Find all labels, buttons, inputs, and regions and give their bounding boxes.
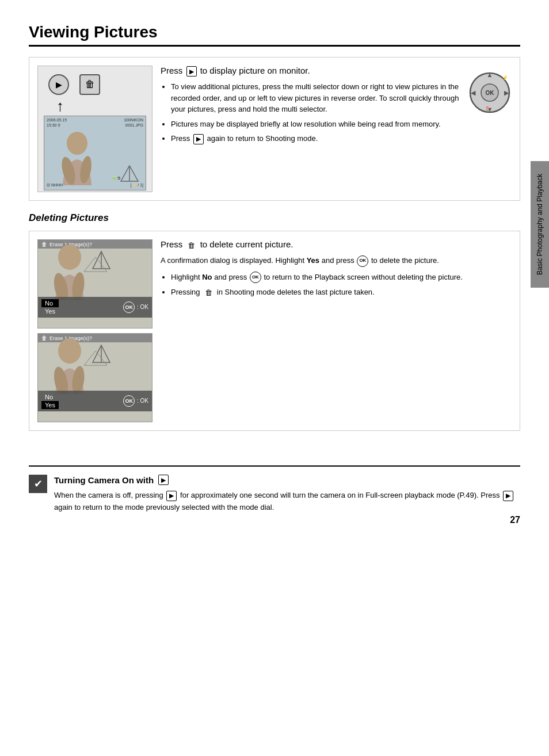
section1-bullets: To view additional pictures, press the m… <box>171 81 460 144</box>
delete-confirmation-text: A confirmation dialog is displayed. High… <box>161 255 512 267</box>
note-body: When the camera is off, pressing ▶ for a… <box>54 490 520 514</box>
delete-person-1 <box>41 243 116 300</box>
delete-press-label: Press <box>161 239 182 249</box>
playback-button-icon: ▶ <box>48 74 69 95</box>
trash-inline-2: 🗑 <box>203 288 214 298</box>
delete-bullet-1: Highlight No and press OK to return to t… <box>171 272 512 284</box>
camera-screen: 2006.05.15 15:30 ⚲ 100NIKON 0001.JPG <box>44 116 146 190</box>
delete-screen-1-body: No Yes OK : OK <box>38 249 152 318</box>
dialog-no-1: No <box>41 299 59 307</box>
side-tab: Basic Photography and Playback <box>531 161 549 288</box>
screen-bottom-info: ⊟ NHHH [ ⚡/ 1] <box>47 183 143 188</box>
page-title: Viewing Pictures <box>29 23 520 41</box>
multi-selector-svg: OK ▲ ▼ ◀ ▶ ⚡ 🌷 <box>468 71 512 114</box>
delete-dialog-1: No Yes OK : OK <box>38 297 152 318</box>
arrow-up-icon: ↑ <box>56 98 152 113</box>
delete-press-suffix: to delete current picture. <box>200 239 293 249</box>
dialog-yes-1: Yes <box>41 307 59 315</box>
screen-date-info: 2006.05.15 15:30 ⚲ <box>47 117 67 128</box>
svg-text:▲: ▲ <box>487 71 493 78</box>
svg-marker-19 <box>84 257 107 272</box>
side-tab-text: Basic Photography and Playback <box>536 174 544 275</box>
delete-screen-2: 🗑 Erase 1 Image(s)? <box>37 333 152 422</box>
svg-text:🌷: 🌷 <box>485 106 490 112</box>
bottom-note: ✔ Turning Camera On with ▶ When the came… <box>29 465 520 514</box>
svg-text:▶: ▶ <box>504 89 509 96</box>
note-content: Turning Camera On with ▶ When the camera… <box>54 475 520 514</box>
note-title: Turning Camera On with ▶ <box>54 475 520 485</box>
check-icon: ✔ <box>29 475 47 493</box>
dialog-no-2: No <box>41 393 59 401</box>
press-label: Press <box>161 66 182 75</box>
delete-screens: 🗑 Erase 1 Image(s)? <box>37 239 152 422</box>
delete-dialog-2: No Yes OK : OK <box>38 391 152 411</box>
section1-content: Press ▶ to display picture on monitor. T… <box>161 66 460 148</box>
svg-point-20 <box>58 338 81 364</box>
dialog-yes-2: Yes <box>41 401 59 409</box>
delete-bullet-2: Pressing 🗑 in Shooting mode deletes the … <box>171 287 512 298</box>
press-instruction-1: Press ▶ to display picture on monitor. <box>161 66 460 77</box>
battery-icon: 🔋:9 <box>112 176 120 181</box>
svg-point-14 <box>58 245 81 270</box>
viewing-section: ▶ 🗑 ↑ 2006.05.15 15:30 ⚲ 100NIKON 0001.J… <box>29 57 520 201</box>
delete-screen-2-body: No Yes OK : OK <box>38 342 152 411</box>
screen-folder-info: 100NIKON 0001.JPG <box>124 117 143 128</box>
delete-press-instruction: Press 🗑 to delete current picture. <box>161 239 512 250</box>
camera-diagram: ▶ 🗑 ↑ 2006.05.15 15:30 ⚲ 100NIKON 0001.J… <box>37 66 152 192</box>
scenery-icon <box>118 164 141 184</box>
playback-inline-btn: ▶ <box>186 66 197 77</box>
title-rule <box>29 45 520 47</box>
deleting-heading: Deleting Pictures <box>29 212 520 224</box>
ok-circle-inline-1: OK <box>357 255 368 267</box>
person-silhouette <box>51 131 103 185</box>
delete-person-2 <box>41 337 116 394</box>
trash-button-icon: 🗑 <box>79 74 100 95</box>
svg-point-0 <box>67 132 87 155</box>
dialog-ok-1: OK : OK <box>123 301 148 313</box>
delete-trash-inline: 🗑 <box>186 240 197 250</box>
page-number: 27 <box>510 515 520 525</box>
bullet-1: To view additional pictures, press the m… <box>171 81 460 115</box>
multi-selector-diagram: OK ▲ ▼ ◀ ▶ ⚡ 🌷 <box>468 71 512 148</box>
playback-inline-btn-note: ▶ <box>158 475 169 485</box>
section1-inner: Press ▶ to display picture on monitor. T… <box>161 66 512 148</box>
cam-diagram-box: ▶ 🗑 ↑ 2006.05.15 15:30 ⚲ 100NIKON 0001.J… <box>37 66 152 192</box>
press-suffix: to display picture on monitor. <box>200 66 310 75</box>
playback-inline-btn-2: ▶ <box>193 134 204 144</box>
ok-circle-inline-2: OK <box>250 272 261 283</box>
dialog-ok-2: OK : OK <box>123 395 148 407</box>
delete-screen-1: 🗑 Erase 1 Image(s)? <box>37 239 152 329</box>
playback-inline-btn-body-2: ▶ <box>503 491 513 501</box>
page-container: Basic Photography and Playback Viewing P… <box>0 0 549 537</box>
section1-text: Press ▶ to display picture on monitor. T… <box>161 66 512 192</box>
svg-marker-25 <box>84 351 107 365</box>
section2-bullets: Highlight No and press OK to return to t… <box>171 272 512 298</box>
section2-text: Press 🗑 to delete current picture. A con… <box>161 239 512 422</box>
playback-inline-btn-body-1: ▶ <box>166 491 177 501</box>
deleting-section: 🗑 Erase 1 Image(s)? <box>29 231 520 431</box>
svg-text:◀: ◀ <box>471 89 476 96</box>
svg-text:⚡: ⚡ <box>502 74 509 81</box>
bullet-2: Pictures may be displayed briefly at low… <box>171 119 460 130</box>
bullet-3: Press ▶ again to return to Shooting mode… <box>171 133 460 144</box>
svg-text:OK: OK <box>486 90 495 96</box>
